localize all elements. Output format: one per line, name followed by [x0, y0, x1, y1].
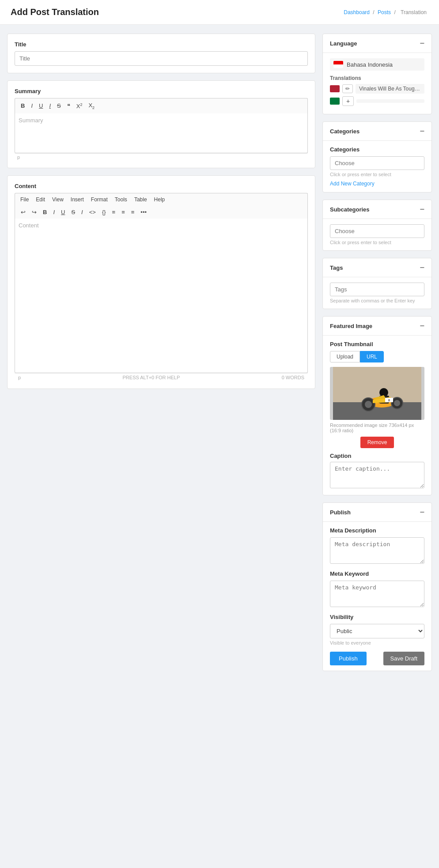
menu-edit[interactable]: Edit [34, 196, 47, 204]
tags-collapse-btn[interactable]: − [420, 264, 424, 272]
language-panel-body: Bahasa Indonesia Translations ✏ Vinales … [323, 53, 431, 114]
caption-label: Caption [330, 453, 424, 459]
summary-bold-btn[interactable]: B [19, 102, 27, 110]
summary-blockquote-btn[interactable]: ❝ [65, 102, 72, 110]
content-underline-btn[interactable]: U [59, 208, 67, 216]
menu-file[interactable]: File [19, 196, 30, 204]
content-code2-btn[interactable]: {} [100, 208, 108, 216]
language-panel-title: Language [330, 40, 357, 47]
language-panel-header: Language − [323, 34, 431, 53]
menu-view[interactable]: View [50, 196, 65, 204]
language-collapse-btn[interactable]: − [420, 39, 424, 47]
publish-panel-body: Meta Description Meta Keyword Visibility… [323, 522, 431, 671]
flag-us [330, 85, 340, 92]
content-bold-btn[interactable]: B [41, 208, 49, 216]
subcategories-panel-header: Subcategories − [323, 200, 431, 219]
subcategories-panel-body: Click or press enter to select [323, 219, 431, 250]
language-name: Bahasa Indonesia [347, 61, 393, 68]
title-card: Title [7, 34, 315, 73]
featured-image-collapse-btn[interactable]: − [420, 322, 424, 330]
left-column: Title Summary B I U I S ❝ X2 X2 Summ [7, 34, 315, 678]
translation-row-us: ✏ Vinales Will Be As Tough For h [330, 84, 424, 94]
content-align-right-btn[interactable]: ≡ [129, 208, 137, 216]
publish-panel: Publish − Meta Description Meta Keyword … [322, 502, 432, 671]
menu-tools[interactable]: Tools [113, 196, 129, 204]
featured-image-header: Featured Image − [323, 317, 431, 336]
content-more-btn[interactable]: ••• [138, 208, 149, 216]
subcategories-input[interactable] [330, 224, 424, 238]
flag-sa [330, 98, 340, 105]
featured-image-title: Featured Image [330, 323, 372, 329]
publish-collapse-btn[interactable]: − [420, 508, 424, 516]
visibility-select[interactable]: Public Private Password Protected [330, 624, 424, 638]
summary-editor[interactable]: Summary [15, 113, 308, 153]
summary-strikethrough-btn[interactable]: S [55, 102, 63, 110]
content-code-btn[interactable]: <> [87, 208, 98, 216]
menu-format[interactable]: Format [89, 196, 110, 204]
content-italic3-btn[interactable]: I [79, 208, 85, 216]
categories-panel-header: Categories − [323, 122, 431, 141]
content-strike-btn[interactable]: S [69, 208, 77, 216]
svg-point-4 [365, 401, 372, 408]
menu-help[interactable]: Help [152, 196, 167, 204]
breadcrumb-posts[interactable]: Posts [378, 9, 391, 15]
thumbnail-label: Post Thumbnail [330, 341, 424, 347]
summary-label: Summary [15, 88, 308, 94]
tab-url[interactable]: URL [360, 351, 384, 362]
summary-underline-btn[interactable]: U [37, 102, 45, 110]
svg-point-6 [394, 400, 400, 406]
summary-card: Summary B I U I S ❝ X2 X2 Summary p [7, 80, 315, 168]
summary-italic-btn[interactable]: I [29, 102, 35, 110]
subcategories-hint: Click or press enter to select [330, 240, 424, 245]
language-row: Bahasa Indonesia [330, 58, 424, 71]
content-menu-bar: File Edit View Insert Format Tools Table… [15, 193, 308, 206]
add-category-link[interactable]: Add New Category [330, 181, 375, 187]
meta-description-label: Meta Description [330, 527, 424, 534]
summary-sup-btn[interactable]: X2 [74, 102, 85, 110]
menu-insert[interactable]: Insert [69, 196, 86, 204]
summary-sub-btn[interactable]: X2 [86, 101, 97, 111]
translations-label: Translations [330, 75, 424, 81]
subcategories-panel-title: Subcategories [330, 206, 370, 213]
content-italic-btn[interactable]: I [51, 208, 57, 216]
publish-btn[interactable]: Publish [330, 652, 367, 665]
content-footer-center: PRESS ALT+0 FOR HELP [123, 375, 180, 380]
page-title: Add Post Translation [11, 7, 99, 17]
translation-row-sa: + [330, 96, 424, 106]
meta-keyword-input[interactable] [330, 581, 424, 607]
categories-input[interactable] [330, 156, 424, 170]
tab-upload[interactable]: Upload [330, 351, 360, 362]
translation-edit-btn[interactable]: ✏ [342, 84, 353, 93]
visibility-label: Visibility [330, 614, 424, 620]
thumbnail-tabs: Upload URL [330, 351, 424, 362]
categories-panel-title: Categories [330, 128, 360, 135]
content-label: Content [15, 183, 308, 189]
save-draft-btn[interactable]: Save Draft [383, 652, 424, 665]
summary-italic2-btn[interactable]: I [47, 102, 53, 110]
tags-panel-header: Tags − [323, 258, 431, 277]
categories-collapse-btn[interactable]: − [420, 127, 424, 135]
content-icon-bar: ↩ ↪ B I U S I <> {} ≡ ≡ ≡ ••• [15, 206, 308, 219]
title-input[interactable] [15, 51, 308, 66]
menu-table[interactable]: Table [132, 196, 149, 204]
remove-image-btn[interactable]: Remove [360, 437, 394, 448]
content-editor[interactable]: Content [15, 219, 308, 373]
content-card: Content File Edit View Insert Format Too… [7, 175, 315, 389]
breadcrumb-dashboard[interactable]: Dashboard [344, 9, 370, 15]
content-undo-btn[interactable]: ↩ [19, 208, 28, 216]
content-footer: p PRESS ALT+0 FOR HELP 0 WORDS [15, 373, 308, 381]
language-panel: Language − Bahasa Indonesia Translations… [322, 34, 432, 114]
categories-panel: Categories − Categories Click or press e… [322, 121, 432, 192]
content-redo-btn[interactable]: ↪ [30, 208, 39, 216]
meta-description-input[interactable] [330, 537, 424, 564]
publish-panel-header: Publish − [323, 503, 431, 522]
page-header: Add Post Translation Dashboard / Posts /… [0, 0, 439, 25]
caption-textarea[interactable] [330, 462, 424, 488]
tags-input[interactable] [330, 283, 424, 296]
content-align-left-btn[interactable]: ≡ [110, 208, 118, 216]
content-footer-left: p [18, 375, 21, 380]
translation-add-btn[interactable]: + [342, 96, 354, 106]
subcategories-panel: Subcategories − Click or press enter to … [322, 200, 432, 251]
content-align-center-btn[interactable]: ≡ [119, 208, 127, 216]
subcategories-collapse-btn[interactable]: − [420, 205, 424, 213]
